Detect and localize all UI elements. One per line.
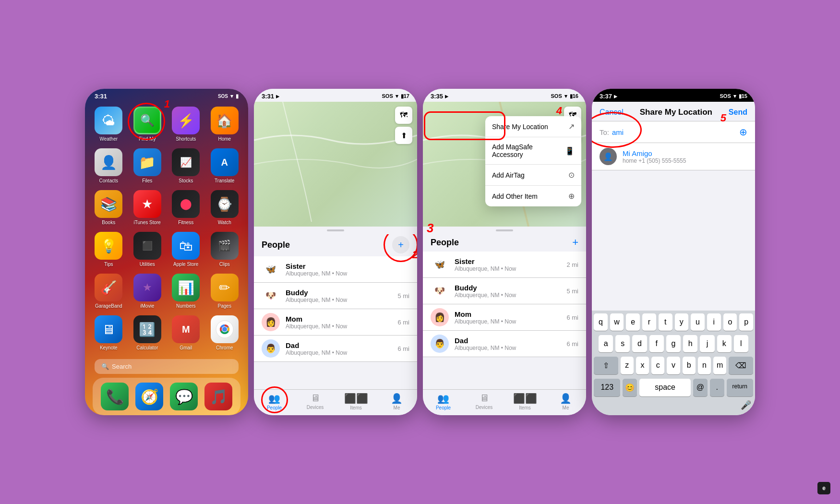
key-r[interactable]: r: [642, 313, 656, 331]
app-itunesstore[interactable]: ★ iTunes Store: [132, 190, 164, 225]
tab-devices-2[interactable]: 🖥 Devices: [295, 393, 336, 410]
key-a[interactable]: a: [599, 335, 613, 352]
app-keynote[interactable]: 🖥 Keynote: [93, 315, 125, 350]
key-z[interactable]: z: [621, 357, 634, 374]
tab-items-2[interactable]: ⬛⬛ Items: [336, 393, 376, 410]
app-watch[interactable]: ⌚ Watch: [209, 190, 241, 225]
key-o[interactable]: o: [723, 313, 737, 331]
person-mom-3[interactable]: 👩 Mom Albuquerque, NM • Now 6 mi: [423, 304, 586, 331]
tab-items-3[interactable]: ⬛⬛ Items: [504, 393, 545, 410]
person-buddy-3[interactable]: 🐶 Buddy Albuquerque, NM • Now 5 mi: [423, 278, 586, 304]
app-imovie[interactable]: ★ iMovie: [132, 274, 164, 309]
key-i[interactable]: i: [707, 313, 721, 331]
key-e[interactable]: e: [626, 313, 640, 331]
app-shortcuts[interactable]: ⚡ Shortcuts: [170, 107, 202, 142]
dock-messages[interactable]: 💬: [170, 383, 198, 410]
app-calculator[interactable]: 🔢 Calculator: [132, 315, 164, 350]
location-button-2[interactable]: ⬆: [395, 127, 412, 144]
key-v[interactable]: v: [667, 357, 680, 374]
app-findmy[interactable]: 🔍 Find My 1: [132, 107, 164, 142]
sister-name-3: Sister: [455, 257, 566, 265]
app-files[interactable]: 📁 Files: [132, 148, 164, 183]
to-field[interactable]: To: ami ⊕ 5: [592, 121, 755, 143]
ctx-airtag[interactable]: Add AirTag ⊙: [485, 165, 581, 186]
app-chrome[interactable]: Chrome: [209, 315, 241, 350]
tab-devices-3[interactable]: 🖥 Devices: [464, 393, 504, 410]
dad-avatar-2: 👨: [262, 339, 280, 358]
tab-people-3[interactable]: 👥 People: [423, 393, 464, 410]
app-gmail[interactable]: M Gmail: [170, 315, 202, 350]
person-buddy-2[interactable]: 🐶 Buddy Albuquerque, NM • Now 5 mi: [254, 283, 417, 309]
key-b[interactable]: b: [683, 357, 696, 374]
key-w[interactable]: w: [610, 313, 624, 331]
key-u[interactable]: u: [691, 313, 705, 331]
screen1-status-bar: 3:31 SOS ▾ ▮: [85, 89, 248, 102]
to-input[interactable]: ami: [612, 128, 739, 136]
key-s[interactable]: s: [615, 335, 630, 352]
key-h[interactable]: h: [683, 335, 697, 352]
key-g[interactable]: g: [666, 335, 681, 352]
tab-people-2[interactable]: 👥 People: [254, 393, 295, 410]
search-bar[interactable]: 🔍 Search: [95, 359, 239, 374]
key-y[interactable]: y: [675, 313, 689, 331]
key-backspace[interactable]: ⌫: [729, 357, 753, 374]
person-dad-3[interactable]: 👨 Dad Albuquerque, NM • Now 6 mi: [423, 331, 586, 357]
key-t[interactable]: t: [659, 313, 672, 331]
key-shift[interactable]: ⇧: [594, 357, 618, 374]
clips-icon: 🎬: [211, 232, 239, 260]
app-fitness[interactable]: ⬤ Fitness: [170, 190, 202, 225]
app-translate[interactable]: A Translate: [209, 148, 241, 183]
key-q[interactable]: q: [594, 313, 608, 331]
key-p[interactable]: p: [739, 313, 753, 331]
mic-icon[interactable]: 🎤: [741, 400, 751, 410]
key-c[interactable]: c: [651, 357, 664, 374]
tab-me-2[interactable]: 👤 Me: [376, 393, 417, 410]
person-sister-2[interactable]: 🦋 Sister Albuquerque, NM • Now: [254, 256, 417, 283]
app-contacts[interactable]: 👤 Contacts: [93, 148, 125, 183]
to-plus-icon[interactable]: ⊕: [739, 126, 747, 138]
person-sister-3[interactable]: 🦋 Sister Albuquerque, NM • Now 2 mi: [423, 252, 586, 278]
key-j[interactable]: j: [700, 335, 714, 352]
app-utilities[interactable]: ⬛ Utilities: [132, 232, 164, 267]
keyboard-row-2: a s d f g h j k l: [592, 332, 755, 354]
dock-safari[interactable]: 🧭: [135, 383, 163, 410]
key-f[interactable]: f: [649, 335, 664, 352]
add-person-button-2[interactable]: + 2: [392, 236, 409, 253]
tab-me-3[interactable]: 👤 Me: [545, 393, 586, 410]
dock-phone[interactable]: 📞: [101, 383, 129, 410]
suggestion-row[interactable]: 👤 Mi Amigo home +1 (505) 555-5555: [592, 143, 755, 170]
app-weather[interactable]: 🌤 Weather: [93, 107, 125, 142]
shortcuts-label: Shortcuts: [176, 136, 196, 142]
key-k[interactable]: k: [717, 335, 732, 352]
app-numbers[interactable]: 📊 Numbers: [170, 274, 202, 309]
key-l[interactable]: l: [734, 335, 748, 352]
key-return[interactable]: return: [727, 379, 753, 396]
key-period[interactable]: .: [710, 379, 724, 396]
app-clips[interactable]: 🎬 Clips: [209, 232, 241, 267]
map-type-button-2[interactable]: 🗺: [395, 107, 412, 124]
person-dad-2[interactable]: 👨 Dad Albuquerque, NM • Now 6 mi: [254, 336, 417, 362]
app-home[interactable]: 🏠 Home: [209, 107, 241, 142]
key-at[interactable]: @: [693, 379, 708, 396]
key-emoji[interactable]: 😊: [623, 379, 637, 396]
app-books[interactable]: 📚 Books: [93, 190, 125, 225]
app-pages[interactable]: ✏ Pages: [209, 274, 241, 309]
key-space[interactable]: space: [639, 379, 691, 396]
person-mom-2[interactable]: 👩 Mom Albuquerque, NM • Now 6 mi: [254, 309, 417, 336]
key-m[interactable]: m: [713, 357, 726, 374]
app-tips[interactable]: 💡 Tips: [93, 232, 125, 267]
ctx-magsafe[interactable]: Add MagSafe Accessory 📱: [485, 137, 581, 165]
ctx-other[interactable]: Add Other Item ⊕: [485, 186, 581, 206]
app-garageband[interactable]: 🎸 GarageBand: [93, 274, 125, 309]
app-stocks[interactable]: 📈 Stocks: [170, 148, 202, 183]
ctx-share-location[interactable]: Share My Location ↗: [485, 116, 581, 137]
plus-icon-3[interactable]: +: [572, 236, 578, 249]
key-x[interactable]: x: [636, 357, 649, 374]
cancel-button[interactable]: Cancel: [600, 108, 624, 117]
send-button[interactable]: Send: [729, 108, 747, 117]
dock-music[interactable]: 🎵: [204, 383, 232, 410]
app-applestore[interactable]: 🛍 Apple Store: [170, 232, 202, 267]
key-n[interactable]: n: [698, 357, 711, 374]
key-d[interactable]: d: [632, 335, 647, 352]
key-123[interactable]: 123: [594, 379, 620, 396]
